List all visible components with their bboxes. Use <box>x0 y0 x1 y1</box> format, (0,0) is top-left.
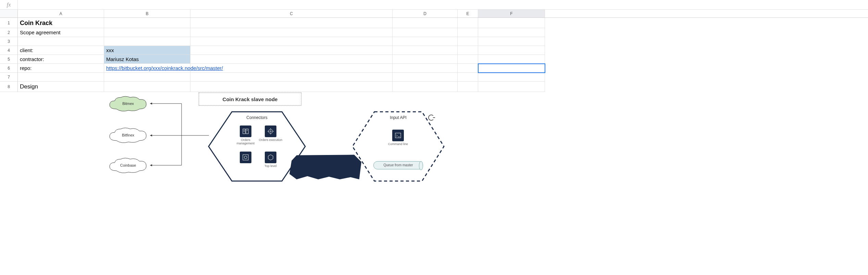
cell-A8[interactable]: Design <box>18 82 104 92</box>
row-6: 6 repo: https://bitbucket.org/xxx/coinkr… <box>0 64 868 73</box>
cell-A6[interactable]: repo: <box>18 64 104 73</box>
row-7: 7 <box>0 73 868 82</box>
row-3: 3 <box>0 37 868 46</box>
row-header-1[interactable]: 1 <box>0 18 18 28</box>
cloud-label-bitmex: Bitmex <box>108 101 148 106</box>
cell-C7[interactable] <box>190 73 393 82</box>
cell-D3[interactable] <box>393 37 458 46</box>
cell-D4[interactable] <box>393 46 458 55</box>
cell-E7[interactable] <box>458 73 478 82</box>
col-header-F[interactable]: F <box>478 10 545 17</box>
cell-D6[interactable] <box>393 64 458 73</box>
cell-A7[interactable] <box>18 73 104 82</box>
svg-marker-14 <box>268 155 273 160</box>
row-header-4[interactable]: 4 <box>0 46 18 55</box>
orders-management-icon <box>240 125 251 137</box>
cell-D5[interactable] <box>393 55 458 64</box>
queue-cylinder: Queue from master <box>373 161 423 169</box>
row-header-8[interactable]: 8 <box>0 82 18 92</box>
cell-E4[interactable] <box>458 46 478 55</box>
select-all-corner[interactable] <box>0 10 18 17</box>
cloud-coinbase: Coinbase <box>108 157 148 175</box>
cell-A3[interactable] <box>18 37 104 46</box>
input-api-hexagon: Input API Command line <box>351 110 445 182</box>
cell-A1[interactable]: Coin Krack <box>18 18 104 28</box>
cell-E1[interactable] <box>458 18 478 28</box>
node-icon <box>265 152 276 163</box>
dark-connector-shape <box>289 153 361 179</box>
cell-D1[interactable] <box>393 18 458 28</box>
cell-C2[interactable] <box>190 28 393 37</box>
row-8: 8 Design <box>0 82 868 92</box>
cell-B4[interactable]: xxx <box>104 46 190 55</box>
row-5: 5 contractor: Mariusz Kotas <box>0 55 868 64</box>
cell-A2[interactable]: Scope agreement <box>18 28 104 37</box>
cell-F1[interactable] <box>478 18 545 28</box>
cell-B7[interactable] <box>104 73 190 82</box>
cell-F2[interactable] <box>478 28 545 37</box>
cell-E8[interactable] <box>458 82 478 92</box>
cell-E6[interactable] <box>458 64 478 73</box>
cell-B5[interactable]: Mariusz Kotas <box>104 55 190 64</box>
connectors-title: Connectors <box>207 115 307 120</box>
row-header-3[interactable]: 3 <box>0 37 18 46</box>
cell-C8[interactable] <box>190 82 393 92</box>
row-header-7[interactable]: 7 <box>0 73 18 82</box>
cell-C6[interactable] <box>190 64 393 73</box>
command-line-label: Command line <box>384 143 412 146</box>
svg-point-13 <box>244 156 247 159</box>
row-header-6[interactable]: 6 <box>0 64 18 73</box>
cell-A5[interactable]: contractor: <box>18 55 104 64</box>
cell-A4[interactable]: client: <box>18 46 104 55</box>
cell-C4[interactable] <box>190 46 393 55</box>
col-header-B[interactable]: B <box>104 10 190 17</box>
svg-rect-12 <box>243 155 248 160</box>
cell-F7[interactable] <box>478 73 545 82</box>
col-header-A[interactable]: A <box>18 10 104 17</box>
cell-C1[interactable] <box>190 18 393 28</box>
cell-B3[interactable] <box>104 37 190 46</box>
cell-F3[interactable] <box>478 37 545 46</box>
orders-execution-label: Orders execution <box>257 139 284 142</box>
cell-F8[interactable] <box>478 82 545 92</box>
cell-B2[interactable] <box>104 28 190 37</box>
architecture-diagram: Coin Krack slave node Bitmex Bitfinex Co… <box>108 93 447 182</box>
svg-marker-15 <box>352 112 444 181</box>
settings-icon <box>240 152 251 163</box>
row-4: 4 client: xxx <box>0 46 868 55</box>
fx-label: fx <box>0 0 18 9</box>
col-header-C[interactable]: C <box>190 10 393 17</box>
cell-E2[interactable] <box>458 28 478 37</box>
cloud-label-coinbase: Coinbase <box>108 163 148 167</box>
svg-point-6 <box>269 129 273 133</box>
command-line-icon <box>392 130 404 141</box>
cell-E5[interactable] <box>458 55 478 64</box>
svg-point-7 <box>270 131 271 132</box>
cell-D7[interactable] <box>393 73 458 82</box>
top-level-label-2: Top level <box>257 165 284 168</box>
svg-rect-16 <box>395 133 401 138</box>
cell-D8[interactable] <box>393 82 458 92</box>
orders-execution-icon <box>265 125 276 137</box>
col-header-D[interactable]: D <box>393 10 458 17</box>
cloud-label-bitfinex: Bitfinex <box>108 133 148 137</box>
col-header-E[interactable]: E <box>458 10 478 17</box>
row-header-5[interactable]: 5 <box>0 55 18 64</box>
cell-F5[interactable] <box>478 55 545 64</box>
cell-C5[interactable] <box>190 55 393 64</box>
column-headers: A B C D E F <box>0 10 868 18</box>
cell-B1[interactable] <box>104 18 190 28</box>
cloud-bitmex: Bitmex <box>108 95 148 113</box>
cell-C3[interactable] <box>190 37 393 46</box>
cell-F6[interactable] <box>478 64 545 73</box>
cell-B8[interactable] <box>104 82 190 92</box>
cell-D2[interactable] <box>393 28 458 37</box>
cell-B6[interactable]: https://bitbucket.org/xxx/coinkrack.node… <box>104 64 190 73</box>
row-header-2[interactable]: 2 <box>0 28 18 37</box>
row-1: 1 Coin Krack <box>0 18 868 28</box>
cell-F4[interactable] <box>478 46 545 55</box>
formula-bar: fx <box>0 0 868 10</box>
formula-input[interactable] <box>18 0 868 9</box>
orders-management-label: Orders management <box>232 139 259 145</box>
cell-E3[interactable] <box>458 37 478 46</box>
